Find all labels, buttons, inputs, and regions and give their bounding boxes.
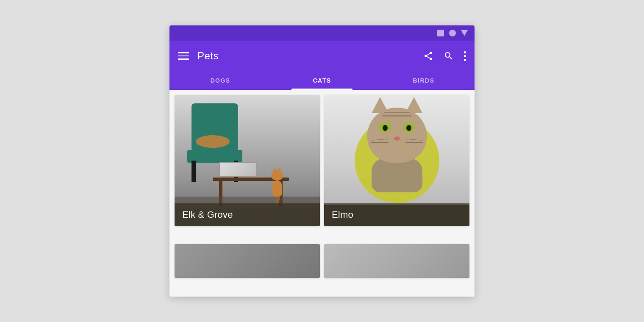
partial-image-2 (324, 244, 469, 278)
hamburger-menu-icon[interactable] (178, 52, 189, 60)
cat-body-small (272, 180, 282, 197)
card-partial-2[interactable] (324, 244, 469, 278)
search-icon[interactable] (444, 51, 454, 61)
cat-body (372, 158, 422, 192)
laptop-screen (220, 163, 256, 176)
hamburger-line-1 (178, 52, 189, 53)
cat-pupil-right (406, 125, 411, 131)
cat-eye-right (403, 122, 415, 133)
whisker-left-1 (372, 139, 389, 140)
tab-dogs[interactable]: DOGS (169, 71, 271, 90)
status-icon-triangle (461, 30, 468, 36)
app-bar: Pets (169, 41, 475, 71)
phone-container: Pets DOGS (169, 25, 475, 297)
more-options-icon[interactable] (464, 51, 466, 61)
more-dot-2 (464, 55, 466, 57)
cat-eye-left (379, 122, 391, 133)
share-icon[interactable] (423, 51, 433, 61)
card-partial-1[interactable] (175, 244, 320, 278)
card-elk-grove[interactable]: Elk & Grove (175, 95, 320, 226)
cat-ear-right (405, 97, 422, 113)
card-elmo[interactable]: Elmo (324, 95, 469, 226)
tab-birds[interactable]: BIRDS (373, 71, 475, 90)
content-grid: Elk & Grove (169, 90, 475, 297)
cat-nose (394, 136, 400, 141)
head-stripe-2 (382, 115, 412, 117)
more-dot-3 (464, 59, 466, 61)
app-bar-actions (423, 51, 466, 61)
status-icon-circle (449, 30, 456, 36)
hamburger-line-3 (178, 58, 189, 60)
cat-ear-right-small (277, 168, 282, 172)
tab-cats[interactable]: CATS (271, 71, 373, 90)
app-title: Pets (197, 50, 415, 62)
laptop (219, 162, 257, 177)
chair-leg-left (192, 161, 196, 182)
cat-face (363, 108, 431, 175)
partial-image-1 (175, 244, 320, 278)
status-bar (169, 25, 475, 41)
card-label-elmo: Elmo (324, 203, 469, 226)
cat-head (367, 108, 427, 163)
hamburger-line-2 (178, 56, 189, 57)
status-icon-square (437, 30, 444, 36)
cat-pupil-left (383, 125, 388, 131)
whisker-right-2 (405, 142, 423, 143)
whisker-left-2 (371, 142, 389, 143)
tabs-bar: DOGS CATS BIRDS (169, 71, 475, 90)
more-dot-1 (464, 51, 466, 53)
head-stripe-1 (384, 112, 410, 113)
card-label-elk-grove: Elk & Grove (175, 203, 320, 226)
whisker-right-1 (405, 139, 422, 140)
cat-ear-left (372, 97, 389, 113)
cat-lying (196, 135, 230, 148)
